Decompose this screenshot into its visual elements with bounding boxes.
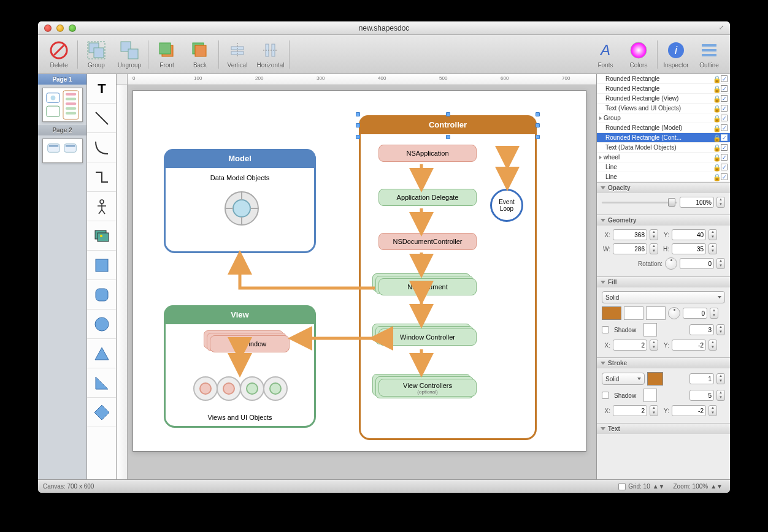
diagram-window-controller[interactable]: Window Controller bbox=[378, 329, 477, 349]
back-button[interactable]: Back bbox=[186, 40, 213, 69]
lock-icon[interactable]: 🔒 bbox=[713, 124, 719, 131]
visibility-check[interactable]: ✓ bbox=[721, 134, 728, 141]
outline-row[interactable]: Rounded Rectangle (View)🔒✓ bbox=[597, 94, 730, 104]
lock-icon[interactable]: 🔒 bbox=[713, 173, 719, 180]
outline-row[interactable]: Line🔒✓ bbox=[597, 162, 730, 172]
circle-tool[interactable] bbox=[87, 310, 116, 339]
diagram-doc-controller[interactable]: NSDocumentController bbox=[378, 233, 477, 250]
diagram-view-box[interactable]: View NSWindow Views and UI Objects bbox=[164, 305, 316, 428]
zoom-window-button[interactable] bbox=[69, 25, 76, 32]
diagram-view-controllers[interactable]: View Controllers (optional) bbox=[378, 379, 477, 403]
fill-color-swatch-3[interactable] bbox=[646, 306, 666, 320]
outline-row[interactable]: Rounded Rectangle (Model)🔒✓ bbox=[597, 123, 730, 133]
group-button[interactable]: Group bbox=[83, 40, 110, 69]
window-title-bar[interactable]: new.shapesdoc ⤢ bbox=[38, 21, 730, 35]
close-window-button[interactable] bbox=[44, 25, 52, 32]
fill-color-swatch-2[interactable] bbox=[624, 306, 643, 320]
fill-shadow-y[interactable] bbox=[672, 340, 706, 351]
diagram-event-loop[interactable]: Event Loop bbox=[490, 189, 523, 222]
align-vertical-button[interactable]: Vertical bbox=[224, 40, 251, 69]
lock-icon[interactable]: 🔒 bbox=[713, 144, 719, 150]
fill-shadow-blur[interactable] bbox=[689, 324, 714, 335]
stroke-mode-popup[interactable]: Solid bbox=[602, 373, 645, 385]
right-triangle-tool[interactable] bbox=[87, 368, 116, 398]
diagram-model-box[interactable]: Model Data Model Objects bbox=[164, 149, 316, 253]
lock-icon[interactable]: 🔒 bbox=[713, 75, 719, 82]
status-zoom[interactable]: Zoom: 100% bbox=[674, 483, 708, 490]
page-thumbnail-1[interactable] bbox=[42, 88, 83, 122]
text-tool[interactable]: T bbox=[87, 74, 116, 104]
step-line-tool[interactable] bbox=[87, 162, 116, 192]
stroke-shadow-y[interactable] bbox=[672, 405, 706, 416]
outline-row[interactable]: Group🔒✓ bbox=[597, 113, 730, 123]
lock-icon[interactable]: 🔒 bbox=[713, 95, 719, 101]
actor-tool[interactable] bbox=[87, 192, 116, 221]
lock-icon[interactable]: 🔒 bbox=[713, 105, 719, 111]
colors-button[interactable]: Colors bbox=[625, 40, 652, 69]
section-opacity[interactable]: Opacity bbox=[597, 183, 730, 193]
inspector-button[interactable]: i Inspector bbox=[662, 40, 689, 69]
diagram-nswindow[interactable]: NSWindow bbox=[210, 335, 290, 352]
page-tab-2[interactable]: Page 2 bbox=[38, 125, 86, 135]
lock-icon[interactable]: 🔒 bbox=[713, 85, 719, 91]
visibility-check[interactable]: ✓ bbox=[721, 95, 728, 102]
align-horizontal-button[interactable]: Horizontal bbox=[257, 40, 284, 69]
outline-row[interactable]: Rounded Rectangle🔒✓ bbox=[597, 84, 730, 94]
fullscreen-icon[interactable]: ⤢ bbox=[719, 24, 726, 31]
geom-x-field[interactable] bbox=[613, 229, 647, 240]
geom-y-stepper[interactable]: ▲▼ bbox=[708, 229, 717, 240]
fill-angle-stepper[interactable]: ▲▼ bbox=[710, 308, 718, 319]
diagram-app-delegate[interactable]: Application Delegate bbox=[378, 189, 477, 206]
opacity-stepper[interactable]: ▲▼ bbox=[716, 197, 725, 208]
opacity-field[interactable] bbox=[680, 197, 714, 208]
section-geometry[interactable]: Geometry bbox=[597, 215, 730, 226]
geom-y-field[interactable] bbox=[672, 229, 706, 240]
fill-angle-field[interactable] bbox=[683, 308, 707, 319]
rotation-stepper[interactable]: ▲▼ bbox=[716, 258, 725, 269]
visibility-check[interactable]: ✓ bbox=[721, 75, 728, 82]
outline-row[interactable]: Line🔒✓ bbox=[597, 172, 730, 182]
visibility-check[interactable]: ✓ bbox=[721, 173, 728, 180]
fonts-button[interactable]: A Fonts bbox=[592, 40, 619, 69]
visibility-check[interactable]: ✓ bbox=[721, 85, 728, 92]
visibility-check[interactable]: ✓ bbox=[721, 144, 728, 151]
stroke-shadow-color[interactable] bbox=[643, 389, 657, 402]
curve-tool[interactable] bbox=[87, 133, 116, 162]
diagram-nsdocument[interactable]: NSDocument bbox=[378, 278, 477, 299]
geom-h-field[interactable] bbox=[672, 243, 706, 254]
canvas-area[interactable]: 0 100 200 300 400 500 600 700 Model Data… bbox=[117, 74, 596, 479]
outline-row[interactable]: Rounded Rectangle🔒✓ bbox=[597, 74, 730, 84]
page-tab-1[interactable]: Page 1 bbox=[38, 74, 86, 85]
lock-icon[interactable]: 🔒 bbox=[713, 164, 719, 170]
outline-button[interactable]: Outline bbox=[696, 40, 723, 69]
section-fill[interactable]: Fill bbox=[597, 277, 730, 287]
visibility-check[interactable]: ✓ bbox=[721, 164, 728, 170]
diamond-tool[interactable] bbox=[87, 398, 116, 427]
canvas[interactable]: Model Data Model Objects View NSWindow bbox=[132, 90, 586, 452]
status-grid[interactable]: Grid: 10 bbox=[628, 483, 650, 490]
lock-icon[interactable]: 🔒 bbox=[713, 134, 719, 140]
rounded-rectangle-tool[interactable] bbox=[87, 280, 116, 310]
lock-icon[interactable]: 🔒 bbox=[713, 154, 719, 160]
fill-angle-dial[interactable] bbox=[668, 307, 680, 319]
rotation-dial[interactable] bbox=[665, 257, 677, 270]
opacity-slider[interactable] bbox=[602, 197, 677, 208]
section-stroke[interactable]: Stroke bbox=[597, 358, 730, 368]
stroke-shadow-check[interactable] bbox=[602, 392, 609, 399]
visibility-check[interactable]: ✓ bbox=[721, 105, 728, 112]
geom-x-stepper[interactable]: ▲▼ bbox=[650, 229, 658, 240]
delete-button[interactable]: Delete bbox=[45, 40, 72, 69]
fill-shadow-check[interactable] bbox=[602, 326, 609, 333]
outline-row[interactable]: wheel🔒✓ bbox=[597, 153, 730, 162]
grid-check[interactable] bbox=[618, 483, 626, 490]
visibility-check[interactable]: ✓ bbox=[721, 154, 728, 161]
fill-mode-popup[interactable]: Solid bbox=[602, 291, 725, 303]
lock-icon[interactable]: 🔒 bbox=[713, 115, 719, 121]
triangle-tool[interactable] bbox=[87, 339, 116, 368]
outline-row[interactable]: Text (Views and UI Objects)🔒✓ bbox=[597, 104, 730, 113]
stroke-color-swatch[interactable] bbox=[647, 372, 663, 386]
fill-shadow-color[interactable] bbox=[643, 323, 657, 336]
stroke-shadow-x[interactable] bbox=[613, 405, 647, 416]
minimize-window-button[interactable] bbox=[56, 25, 64, 32]
stroke-shadow-blur[interactable] bbox=[689, 390, 714, 401]
